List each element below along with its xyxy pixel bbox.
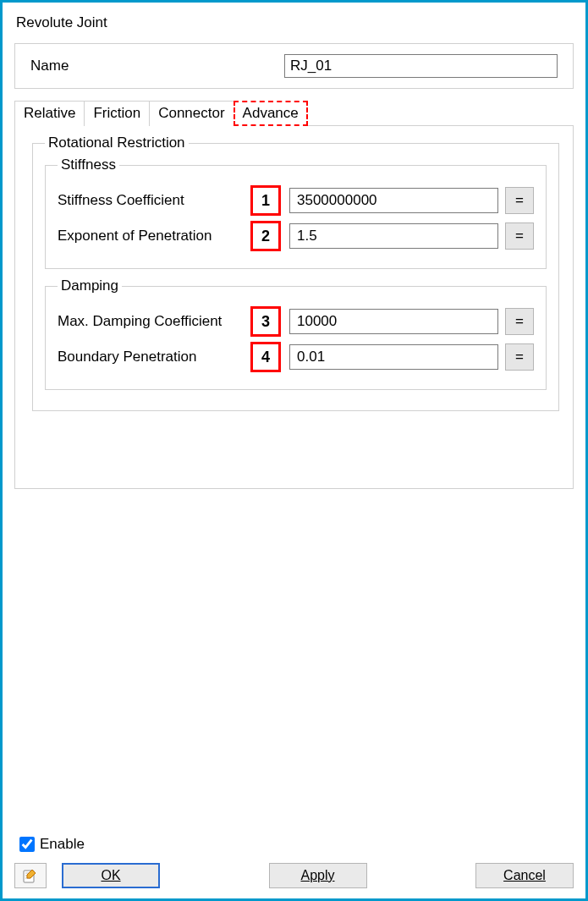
legend-damping: Damping	[58, 277, 122, 294]
row-exponent-penetration: Exponent of Penetration 2 =	[58, 221, 534, 251]
row-stiffness-coefficient: Stiffness Coefficient 1 =	[58, 185, 534, 216]
callout-4: 4	[250, 342, 281, 372]
enable-label: Enable	[40, 836, 85, 853]
apply-button[interactable]: Apply	[269, 863, 367, 888]
callout-2: 2	[250, 221, 281, 251]
button-bar: OK Apply Cancel	[14, 863, 574, 888]
name-label: Name	[30, 58, 284, 74]
tab-friction[interactable]: Friction	[84, 101, 150, 126]
tab-advance[interactable]: Advance	[234, 101, 308, 126]
tab-bar: Relative Friction Connector Advance	[14, 101, 574, 126]
label-boundary-penetration: Boundary Penetration	[58, 349, 250, 365]
label-stiffness-coefficient: Stiffness Coefficient	[58, 192, 250, 209]
dialog-title: Revolute Joint	[14, 11, 574, 43]
enable-checkbox[interactable]	[19, 837, 35, 852]
expr-button-boundary-penetration[interactable]: =	[505, 343, 534, 371]
note-icon-button[interactable]	[14, 863, 47, 888]
input-stiffness-coefficient[interactable]	[289, 188, 498, 213]
expr-button-exponent-penetration[interactable]: =	[505, 223, 534, 250]
name-input[interactable]	[284, 54, 558, 78]
pencil-note-icon	[23, 868, 38, 883]
label-exponent-penetration: Exponent of Penetration	[58, 228, 250, 244]
callout-1: 1	[250, 185, 281, 216]
tab-pane-advance: Rotational Restriction Stiffness Stiffne…	[14, 125, 574, 489]
group-rotational-restriction: Rotational Restriction Stiffness Stiffne…	[32, 135, 559, 411]
expr-button-stiffness-coefficient[interactable]: =	[505, 187, 534, 214]
expr-button-max-damping-coefficient[interactable]: =	[505, 308, 534, 335]
legend-rotational-restriction: Rotational Restriction	[45, 135, 189, 151]
tab-relative[interactable]: Relative	[14, 101, 85, 126]
callout-3: 3	[250, 306, 281, 337]
input-max-damping-coefficient[interactable]	[289, 309, 498, 334]
input-exponent-penetration[interactable]	[289, 223, 498, 249]
enable-row: Enable	[14, 829, 574, 863]
input-boundary-penetration[interactable]	[289, 344, 498, 370]
group-stiffness: Stiffness Stiffness Coefficient 1 = Expo…	[45, 157, 547, 269]
row-boundary-penetration: Boundary Penetration 4 =	[58, 342, 534, 372]
label-max-damping-coefficient: Max. Damping Coefficient	[58, 313, 250, 330]
cancel-button[interactable]: Cancel	[475, 863, 574, 888]
group-damping: Damping Max. Damping Coefficient 3 = Bou…	[45, 277, 547, 390]
legend-stiffness: Stiffness	[58, 157, 119, 173]
row-max-damping-coefficient: Max. Damping Coefficient 3 =	[58, 306, 534, 337]
name-row: Name	[14, 43, 574, 89]
tab-connector[interactable]: Connector	[149, 101, 234, 126]
ok-button[interactable]: OK	[62, 863, 160, 888]
